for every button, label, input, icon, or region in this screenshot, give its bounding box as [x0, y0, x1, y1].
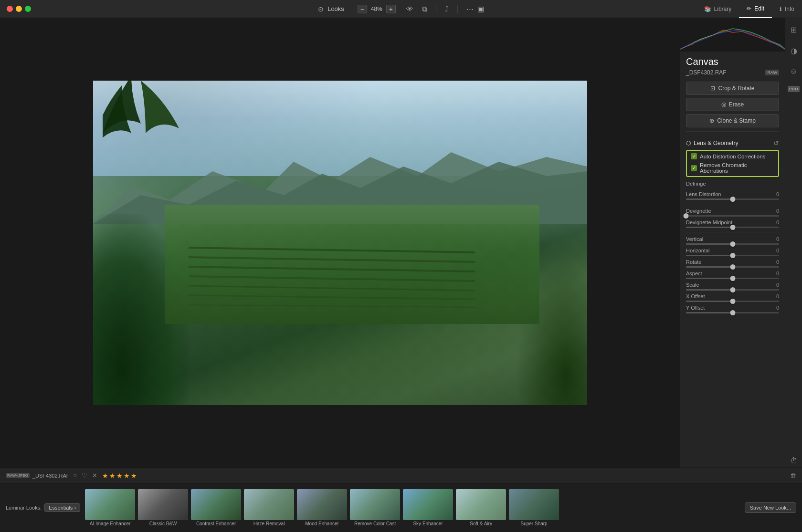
heart-icon[interactable]: ♡	[82, 472, 87, 479]
rotate-thumb[interactable]	[730, 264, 735, 270]
look-label-mood: Mood Enhancer	[297, 521, 347, 526]
look-item-supersharp[interactable]: Super Sharp	[509, 489, 559, 526]
horizontal-slider: Horizontal 0	[686, 248, 779, 256]
vertical-slider: Vertical 0	[686, 236, 779, 245]
file-info-bar: RAW+JPEG _DSF4302.RAF	[6, 473, 70, 479]
maximize-button[interactable]	[25, 6, 31, 12]
look-item-colorcast[interactable]: Remove Color Cast	[350, 489, 400, 526]
tab-info[interactable]: ℹ Info	[772, 0, 802, 18]
traffic-lights	[0, 6, 31, 12]
look-thumb-supersharp	[509, 489, 559, 520]
look-thumb-bw	[138, 489, 188, 520]
tab-edit[interactable]: ✏ Edit	[739, 0, 772, 18]
defringe-label: Defringe	[686, 179, 779, 188]
look-item-bw[interactable]: Classic B&W	[138, 489, 188, 526]
remove-chromatic-row[interactable]: ✓ Remove Chromatic Aberrations	[688, 161, 777, 175]
reset-button[interactable]: ↺	[773, 139, 779, 147]
file-row: _DSF4302.RAF RAW	[686, 69, 779, 76]
titlebar: ⊙ Looks − 48% + 👁 ⧉ ⤴ ⋯ ▣ 📚 Library ✏ Ed…	[0, 0, 802, 18]
vertical-track[interactable]	[686, 243, 779, 245]
look-label-sky: Sky Enhancer	[403, 521, 453, 526]
grid-icon[interactable]: ⋯	[466, 5, 474, 13]
delete-icon[interactable]: 🗑	[790, 472, 796, 479]
minimize-button[interactable]	[16, 6, 22, 12]
tab-library[interactable]: 📚 Library	[696, 0, 739, 18]
svg-line-2	[189, 248, 475, 252]
remove-chromatic-checkbox[interactable]: ✓	[691, 165, 697, 171]
svg-line-7	[189, 295, 475, 299]
zoom-controls: − 48% +	[358, 5, 396, 13]
lens-geometry-header[interactable]: ⬡ Lens & Geometry ↺	[686, 136, 779, 150]
lens-distortion-thumb[interactable]	[730, 197, 735, 202]
yoffset-thumb[interactable]	[730, 310, 735, 315]
view-icon[interactable]: 👁	[406, 5, 413, 13]
close-button[interactable]	[7, 6, 13, 12]
circle-rating-icon[interactable]: ○	[74, 472, 77, 479]
split-icon[interactable]: ⧉	[422, 5, 427, 13]
face-icon[interactable]: ☺	[787, 65, 801, 78]
looks-scroll: AI Image Enhancer Classic B&W Contrast E…	[85, 489, 740, 526]
look-label-contrast: Contrast Enhancer	[191, 521, 241, 526]
devignette-track[interactable]	[686, 215, 779, 217]
auto-distortion-checkbox[interactable]: ✓	[691, 153, 697, 159]
horizontal-thumb[interactable]	[730, 253, 735, 258]
history-icon[interactable]: ⏱	[787, 454, 801, 468]
xoffset-slider: X Offset 0	[686, 293, 779, 302]
devignette-midpoint-thumb[interactable]	[730, 225, 735, 230]
zoom-minus-button[interactable]: −	[358, 5, 367, 13]
devignette-slider: Devignette 0	[686, 208, 779, 217]
look-thumb-contrast	[191, 489, 241, 520]
look-item-mood[interactable]: Mood Enhancer	[297, 489, 347, 526]
scale-track[interactable]	[686, 289, 779, 291]
titlebar-center: ⊙ Looks − 48% + 👁 ⧉ ⤴ ⋯ ▣	[318, 5, 484, 13]
clone-stamp-button[interactable]: ⊕ Clone & Stamp	[686, 114, 779, 127]
lens-distortion-track[interactable]	[686, 198, 779, 200]
devignette-midpoint-track[interactable]	[686, 227, 779, 228]
vertical-thumb[interactable]	[730, 241, 735, 247]
remove-chromatic-label: Remove Chromatic Aberrations	[700, 162, 774, 174]
crop-icon: ⊡	[710, 85, 715, 92]
essentials-button[interactable]: Essentials ›	[44, 503, 80, 512]
look-item-contrast[interactable]: Contrast Enhancer	[191, 489, 241, 526]
zoom-plus-button[interactable]: +	[386, 5, 396, 13]
share-icon[interactable]: ⤴	[445, 5, 449, 13]
aspect-track[interactable]	[686, 278, 779, 279]
reject-icon[interactable]: ✕	[92, 472, 97, 479]
raw-label: RAW+JPEG	[6, 473, 30, 478]
look-label-softairy: Soft & Airy	[456, 521, 506, 526]
color-wheel-icon[interactable]: ◑	[787, 44, 801, 57]
look-label-haze: Haze Removal	[244, 521, 294, 526]
zoom-value: 48%	[369, 6, 384, 12]
erase-button[interactable]: ◎ Erase	[686, 98, 779, 111]
scale-slider: Scale 0	[686, 282, 779, 291]
edit-icon: ✏	[747, 5, 751, 12]
horizontal-track[interactable]	[686, 255, 779, 256]
aspect-thumb[interactable]	[730, 276, 735, 281]
histogram-area	[680, 18, 785, 52]
save-look-button[interactable]: Save New Look...	[745, 502, 796, 513]
xoffset-track[interactable]	[686, 301, 779, 302]
look-item-sky[interactable]: Sky Enhancer	[403, 489, 453, 526]
scale-thumb[interactable]	[730, 287, 735, 292]
look-item-haze[interactable]: Haze Removal	[244, 489, 294, 526]
top-nav-tabs: 📚 Library ✏ Edit ℹ Info	[696, 0, 802, 18]
look-item-softairy[interactable]: Soft & Airy	[456, 489, 506, 526]
clone-icon: ⊕	[709, 117, 714, 124]
rotate-track[interactable]	[686, 266, 779, 268]
look-thumb-sky	[403, 489, 453, 520]
looks-bar-label: Luminar Looks: Essentials ›	[6, 503, 80, 512]
looks-bar: Luminar Looks: Essentials › AI Image Enh…	[0, 483, 802, 532]
fullscreen-icon[interactable]: ▣	[477, 5, 484, 13]
canvas-title: Canvas	[686, 56, 779, 67]
xoffset-thumb[interactable]	[730, 299, 735, 304]
devignette-thumb[interactable]	[684, 213, 689, 219]
layers-icon[interactable]: ⊞	[787, 23, 801, 36]
yoffset-track[interactable]	[686, 312, 779, 313]
app-name: Looks	[327, 5, 344, 12]
look-item-ai[interactable]: AI Image Enhancer	[85, 489, 135, 526]
divider-3	[686, 232, 779, 232]
bottom-actions: ○ ♡ ✕ ★ ★ ★ ★ ★	[74, 472, 137, 480]
app-icon: ⊙	[318, 5, 324, 13]
auto-distortion-row[interactable]: ✓ Auto Distortion Corrections	[688, 152, 777, 161]
crop-rotate-button[interactable]: ⊡ Crop & Rotate	[686, 82, 779, 95]
